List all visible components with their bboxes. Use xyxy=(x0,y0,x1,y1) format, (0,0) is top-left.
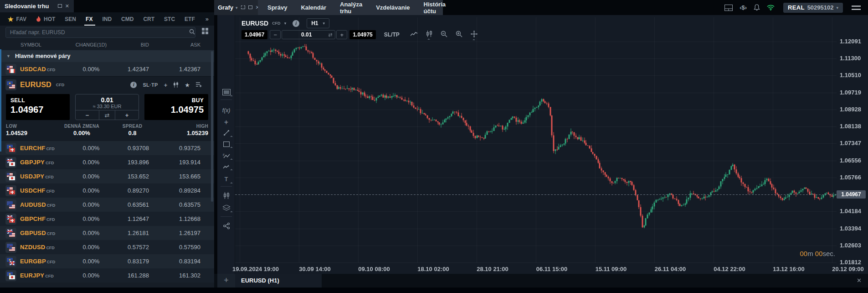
info-icon[interactable]: i xyxy=(293,20,299,27)
popout-icon[interactable] xyxy=(241,5,245,10)
tab-fav[interactable]: ★FAV xyxy=(5,12,34,26)
zoom-in-icon[interactable] xyxy=(456,31,462,39)
buy-label: BUY xyxy=(149,97,204,104)
buy-button[interactable]: BUY 1.04975 xyxy=(144,94,208,120)
drawing-toolbar: f(x)+FT xyxy=(217,15,235,274)
objects-layers-icon[interactable] xyxy=(217,205,235,211)
focused-symbol-row[interactable]: EURUSD CFD i SL·TP + ★ xyxy=(0,77,214,91)
table-row-eurchf[interactable]: EURCHFCFD0.00%0.937080.93725 xyxy=(0,141,214,155)
volume-value[interactable]: 0.01 xyxy=(76,96,139,104)
table-row-gbpjpy[interactable]: GBPJPYCFD0.00%193.896193.914 xyxy=(0,155,214,169)
table-row-audusd[interactable]: AUDUSDCFD0.00%0.635610.63575 xyxy=(0,198,214,212)
function-icon[interactable]: f(x) xyxy=(217,107,235,114)
close-icon[interactable]: ✕ xyxy=(65,4,69,9)
notifications-bell-icon[interactable] xyxy=(754,4,760,11)
ask-value: 1.26197 xyxy=(149,230,200,236)
chart-symbol[interactable]: EURUSD xyxy=(241,20,268,27)
volume-decrease-button[interactable]: − xyxy=(270,30,281,39)
tabs-overflow-icon[interactable]: » xyxy=(205,16,209,22)
candlestick-chart[interactable] xyxy=(214,15,868,274)
indicators-icon[interactable] xyxy=(217,192,235,199)
symbol-name: GBPUSD xyxy=(20,230,46,236)
popout-icon[interactable] xyxy=(58,4,62,9)
favorite-star-icon[interactable]: ★ xyxy=(185,82,190,88)
volume-toggle-icon[interactable]: ⇄ xyxy=(99,110,115,120)
group-header[interactable]: ▼ Hlavné menové páry xyxy=(0,50,214,62)
chart-template-icon[interactable] xyxy=(217,89,235,95)
table-row-usdjpy[interactable]: USDJPYCFD0.00%153.652153.665 xyxy=(0,169,214,183)
table-row-usdcad[interactable]: USDCADCFD0.00%1.423471.42367 xyxy=(0,62,214,76)
shapes-icon[interactable] xyxy=(217,141,235,147)
table-row-eurjpy[interactable]: EURJPYCFD0.00%161.288161.302 xyxy=(0,268,214,283)
column-change[interactable]: CHANGE(1D) xyxy=(75,42,107,47)
tab-charts[interactable]: Grafy ▾ ✕ xyxy=(214,0,258,15)
buy-price-button[interactable]: 1.04975 xyxy=(349,30,375,39)
table-header: SYMBOL CHANGE(1D) BID ASK xyxy=(0,39,214,50)
tab-stc[interactable]: STC xyxy=(162,12,182,26)
column-symbol[interactable]: SYMBOL xyxy=(5,42,75,47)
bid-value: 0.93708 xyxy=(107,145,149,152)
chart-candles-icon[interactable] xyxy=(173,82,179,89)
volume-increase-button[interactable]: + xyxy=(336,30,347,39)
candle-chart-mode-icon[interactable] xyxy=(426,31,432,39)
text-tool-icon[interactable]: T xyxy=(217,176,235,183)
scrollbar-thumb[interactable] xyxy=(211,51,213,202)
tab-hot[interactable]: HOT xyxy=(34,12,62,26)
account-selector[interactable]: REAL 50295102 ▾ xyxy=(783,3,843,13)
table-row-eurgbp[interactable]: EURGBPCFD0.00%0.831790.83194 xyxy=(0,254,214,268)
new-chart-tab-button[interactable]: + xyxy=(217,274,235,288)
table-row-usdchf[interactable]: USDCHFCFD0.00%0.892700.89284 xyxy=(0,183,214,198)
workspace-layout-icon[interactable] xyxy=(724,5,733,11)
connection-status-icon[interactable] xyxy=(767,5,775,10)
chart-tab-eurusd-h1[interactable]: EURUSD (H1) xyxy=(235,274,322,288)
menu-item-kalend-r[interactable]: Kalendár xyxy=(294,0,333,15)
add-order-icon[interactable]: + xyxy=(164,82,168,88)
menu-icon[interactable] xyxy=(852,5,861,10)
maximize-icon[interactable] xyxy=(248,5,252,10)
tab-crt[interactable]: CRT xyxy=(141,12,162,26)
volume-increase-button[interactable]: + xyxy=(115,110,139,120)
table-row-gbpusd[interactable]: GBPUSDCFD0.00%1.261811.26197 xyxy=(0,226,214,240)
trendline-icon[interactable] xyxy=(217,130,235,136)
column-ask[interactable]: ASK xyxy=(149,42,200,47)
fibonacci-icon[interactable]: F xyxy=(217,153,235,159)
table-row-nzdusd[interactable]: NZDUSDCFD0.00%0.575720.57590 xyxy=(0,240,214,254)
table-row-gbpchf[interactable]: GBPCHFCFD0.00%1.126471.12668 xyxy=(0,212,214,226)
tab-fx[interactable]: FX xyxy=(83,12,100,26)
sl-tp-button[interactable]: SL·TP xyxy=(143,83,158,88)
crosshair-plus-icon[interactable]: + xyxy=(217,118,235,126)
sl-tp-button[interactable]: SL/TP xyxy=(384,31,400,38)
column-bid[interactable]: BID xyxy=(107,42,149,47)
currency-settings-icon[interactable]: ‹$› xyxy=(740,4,747,11)
share-icon[interactable] xyxy=(217,223,235,229)
tab-cmd[interactable]: CMD xyxy=(119,12,141,26)
tab-sen[interactable]: SEN xyxy=(62,12,83,26)
price-axis-label: 1.12091 xyxy=(840,38,861,45)
chevron-down-icon: ▾ xyxy=(836,5,838,10)
menu-item-hist-ria-tu[interactable]: História účtu xyxy=(417,0,452,15)
volume-field[interactable]: 0.01 ⇄ xyxy=(282,30,335,39)
sell-price-button[interactable]: 1.04967 xyxy=(241,30,267,39)
tab-ind[interactable]: IND xyxy=(100,12,119,26)
volume-toggle-icon[interactable]: ⇄ xyxy=(328,32,332,38)
line-chart-mode-icon[interactable] xyxy=(410,31,418,39)
view-grid-icon[interactable] xyxy=(200,28,212,37)
timeframe-selector[interactable]: H1 ▾ xyxy=(307,18,329,28)
add-to-watchlist-icon[interactable] xyxy=(196,82,202,88)
close-icon[interactable]: ✕ xyxy=(857,274,862,288)
sell-button[interactable]: SELL 1.04967 xyxy=(6,94,70,120)
info-icon[interactable]: i xyxy=(130,82,137,88)
tab-etf[interactable]: ETF xyxy=(182,12,202,26)
main-menu: SprávyKalendárAnalýza trhuVzdelávanieHis… xyxy=(258,0,443,15)
pan-crosshair-icon[interactable] xyxy=(471,31,478,39)
volume-decrease-button[interactable]: − xyxy=(76,110,99,120)
waves-icon[interactable] xyxy=(217,165,235,169)
search-icon[interactable] xyxy=(186,28,197,37)
menu-item-vzdel-vanie[interactable]: Vzdelávanie xyxy=(369,0,416,15)
search-input[interactable] xyxy=(5,27,195,38)
menu-item-anal-za-trhu[interactable]: Analýza trhu xyxy=(333,0,369,15)
menu-item-spr-vy[interactable]: Správy xyxy=(261,0,294,15)
zoom-out-icon[interactable] xyxy=(441,31,447,39)
market-watch-title-tab[interactable]: Sledovanie trhu ✕ xyxy=(0,0,74,12)
chevron-down-icon[interactable]: ▾ xyxy=(284,21,287,26)
